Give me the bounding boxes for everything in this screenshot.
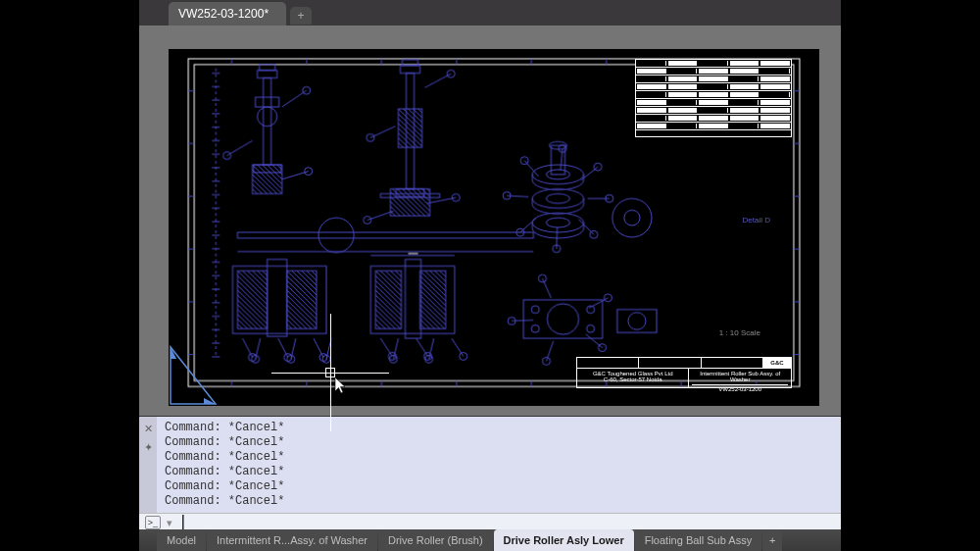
title-block-address: C-60, Sector-57 Noida (580, 376, 685, 382)
command-history-line: Command: *Cancel* (165, 435, 833, 450)
parts-list-table (635, 59, 792, 137)
command-prompt-icon[interactable]: >_ (145, 516, 161, 529)
layout-tab[interactable]: Floating Ball Sub Assy (635, 529, 761, 551)
command-history-line: Command: *Cancel* (165, 494, 833, 509)
command-input[interactable] (194, 516, 835, 529)
detail-callout-label: Detail D (743, 216, 770, 225)
cad-application: VW252-03-1200* + Detail D 1 : 10 Scale (139, 0, 841, 551)
add-layout-tab-button[interactable]: + (762, 529, 782, 551)
scale-note: 1 : 10 Scale (719, 328, 760, 337)
layout-tab[interactable]: Drive Roller (Brush) (378, 529, 493, 551)
title-block-drawing-title: Intermittent Roller Sub Assy. of Washer (692, 371, 788, 382)
title-block-logo: G&C (763, 358, 791, 368)
command-history-lines[interactable]: Command: *Cancel*Command: *Cancel*Comman… (157, 417, 841, 513)
title-block: G&C G&C Toughened Glass Pvt Ltd C-60, Se… (576, 357, 792, 388)
new-file-tab-button[interactable]: + (290, 7, 312, 25)
configure-icon[interactable]: ✦ (144, 441, 153, 454)
title-block-drawing-number: VW252-03-1200 (692, 384, 788, 392)
letterbox-right (841, 0, 980, 551)
drawing-viewport[interactable]: Detail D 1 : 10 Scale G&C G&C Toughened … (139, 25, 841, 416)
command-history-line: Command: *Cancel* (165, 479, 833, 494)
command-line-panel: ✕ ✦ Command: *Cancel*Command: *Cancel*Co… (139, 416, 841, 529)
file-tab[interactable]: VW252-03-1200* (169, 2, 286, 25)
close-icon[interactable]: ✕ (144, 423, 153, 435)
command-recent-dropdown-icon[interactable]: ▾ (167, 517, 172, 529)
command-history-line: Command: *Cancel* (165, 465, 833, 479)
command-panel-gutter: ✕ ✦ (139, 417, 157, 513)
svg-marker-0 (171, 347, 216, 404)
mouse-pointer-icon (334, 376, 348, 397)
layout-tab[interactable]: Drive Roller Asly Lower (494, 529, 634, 551)
letterbox-left (0, 0, 139, 551)
layout-tab[interactable]: Intermittent R...Assy. of Washer (207, 529, 377, 551)
file-tab-bar: VW252-03-1200* + (139, 0, 841, 25)
command-history: ✕ ✦ Command: *Cancel*Command: *Cancel*Co… (139, 417, 841, 513)
command-history-line: Command: *Cancel* (165, 450, 833, 465)
layout-tab-bar: ModelIntermittent R...Assy. of WasherDri… (139, 529, 841, 551)
paper-space-canvas[interactable]: Detail D 1 : 10 Scale G&C G&C Toughened … (169, 49, 819, 406)
command-history-line: Command: *Cancel* (165, 421, 833, 435)
layout-tab[interactable]: Model (157, 529, 206, 551)
ucs-icon (169, 337, 237, 406)
